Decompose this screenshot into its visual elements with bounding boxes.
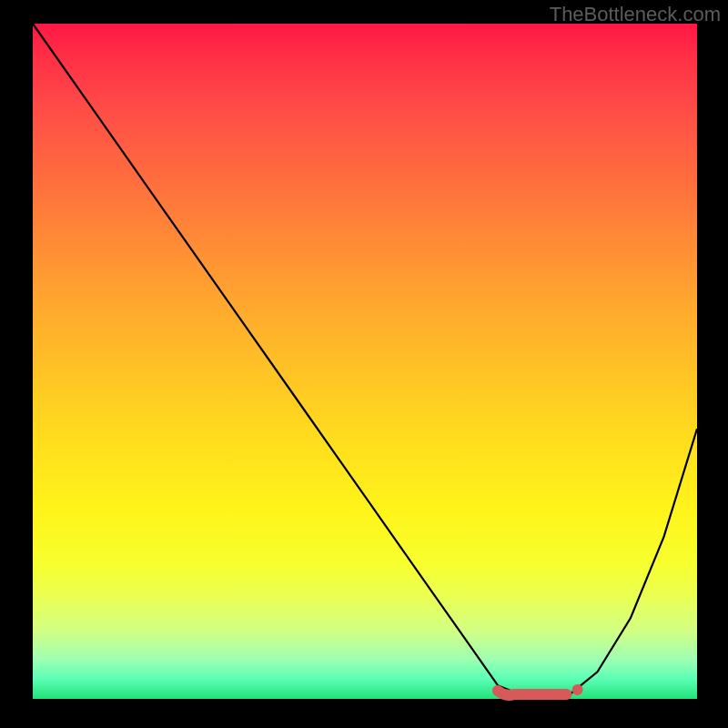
bottleneck-curve-path [33,24,697,699]
curve-layer [33,24,697,699]
watermark-label: TheBottleneck.com [550,3,721,26]
optimal-zone-marker [498,690,578,695]
bottleneck-plot [33,24,697,699]
chart-container: TheBottleneck.com [0,0,728,728]
